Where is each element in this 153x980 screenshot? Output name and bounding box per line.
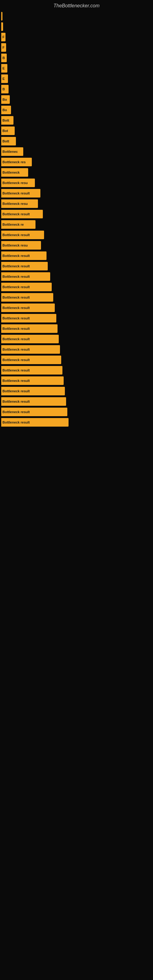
bar-item-7: B (1, 85, 9, 94)
bar-item-16: Bottleneck resu (1, 178, 35, 187)
bar-item-2: F (1, 33, 5, 41)
bar-label-3: F (2, 46, 5, 49)
bar-item-5: E (1, 64, 7, 73)
bar-item-25: Bottleneck result (1, 272, 50, 281)
bar-row: Bot (0, 126, 153, 135)
bar-label-17: Bottleneck result (2, 191, 30, 195)
bar-item-38: Bottleneck result (1, 407, 67, 416)
bar-row: Bottleneck resu (0, 241, 153, 250)
bar-item-4: B (1, 54, 7, 62)
bar-row: E (0, 75, 153, 83)
bar-row: Bottleneck resu (0, 199, 153, 208)
bar-label-19: Bottleneck result (2, 212, 30, 216)
bar-item-27: Bottleneck result (1, 293, 53, 302)
bar-item-37: Bottleneck result (1, 397, 66, 406)
bar-item-21: Bottleneck result (1, 231, 44, 239)
bar-row: Bottleneck result (0, 189, 153, 197)
bar-row: Bott (0, 137, 153, 145)
bar-item-23: Bottleneck result (1, 251, 46, 260)
bar-row: Bottleneck result (0, 407, 153, 416)
bar-label-11: Bot (2, 129, 8, 133)
bar-label-24: Bottleneck result (2, 264, 30, 268)
bar-row: E (0, 64, 153, 73)
bar-label-20: Bottleneck re (2, 223, 24, 226)
bar-item-6: E (1, 75, 8, 83)
bar-row: Bo (0, 106, 153, 114)
bar-row: B (0, 54, 153, 62)
bar-label-31: Bottleneck result (2, 337, 30, 341)
bar-row: Bottleneck result (0, 231, 153, 239)
bar-item-31: Bottleneck result (1, 335, 59, 343)
bar-row: Bottleneck resu (0, 178, 153, 187)
bar-label-28: Bottleneck result (2, 306, 30, 310)
bar-row: Bottleneck result (0, 335, 153, 343)
bar-label-36: Bottleneck result (2, 389, 30, 393)
bar-label-39: Bottleneck result (2, 420, 30, 424)
bar-row: Bottleneck result (0, 366, 153, 375)
bar-row: Bottleneck result (0, 376, 153, 385)
bar-row: Bo (0, 95, 153, 104)
bar-row: Bottleneck (0, 168, 153, 177)
bar-row: Bottleneck result (0, 324, 153, 333)
bar-label-8: Bo (2, 98, 7, 101)
bars-container: FFBEEBBoBoBottBotBottBottlenecBottleneck… (0, 12, 153, 426)
bar-label-34: Bottleneck result (2, 368, 30, 372)
bar-label-29: Bottleneck result (2, 317, 30, 320)
bar-item-30: Bottleneck result (1, 324, 57, 333)
bar-item-12: Bott (1, 137, 16, 145)
bar-item-9: Bo (1, 106, 11, 114)
bar-row: Bottleneck result (0, 397, 153, 406)
bar-label-2: F (2, 35, 5, 39)
bar-item-10: Bott (1, 116, 13, 125)
bar-row: Bottlenec (0, 147, 153, 156)
bar-label-22: Bottleneck resu (2, 243, 28, 247)
bar-row: Bottleneck result (0, 387, 153, 395)
bar-item-33: Bottleneck result (1, 356, 61, 364)
bar-row (0, 22, 153, 31)
bar-item-26: Bottleneck result (1, 283, 52, 291)
bar-row: B (0, 85, 153, 94)
site-title: TheBottlenecker.com (0, 0, 153, 10)
bar-label-16: Bottleneck resu (2, 181, 28, 185)
bar-label-15: Bottleneck (2, 170, 19, 174)
bar-row: Bottleneck result (0, 272, 153, 281)
bar-label-9: Bo (2, 108, 7, 112)
bar-item-8: Bo (1, 95, 10, 104)
bar-label-25: Bottleneck result (2, 275, 30, 278)
bar-label-21: Bottleneck result (2, 233, 30, 237)
bar-label-7: B (2, 87, 5, 91)
bar-item-35: Bottleneck result (1, 376, 64, 385)
bar-row: Bottleneck result (0, 356, 153, 364)
bar-row (0, 12, 153, 21)
bar-item-11: Bot (1, 126, 15, 135)
bar-item-1 (1, 22, 3, 31)
bar-item-0 (1, 12, 2, 21)
bar-row: Bott (0, 116, 153, 125)
bar-label-12: Bott (2, 139, 9, 143)
bar-label-37: Bottleneck result (2, 400, 30, 403)
bar-label-35: Bottleneck result (2, 379, 30, 382)
bar-label-38: Bottleneck result (2, 410, 30, 414)
bar-item-3: F (1, 43, 6, 52)
bar-label-6: E (2, 77, 5, 81)
bar-item-39: Bottleneck result (1, 418, 69, 426)
bar-item-29: Bottleneck result (1, 314, 56, 323)
bar-row: Bottleneck result (0, 293, 153, 302)
bar-row: Bottleneck result (0, 418, 153, 426)
bar-item-28: Bottleneck result (1, 304, 55, 312)
bar-item-24: Bottleneck result (1, 262, 48, 270)
bar-label-27: Bottleneck result (2, 296, 30, 299)
bar-row: Bottleneck result (0, 251, 153, 260)
bar-item-17: Bottleneck result (1, 189, 40, 197)
bar-label-4: B (2, 56, 5, 60)
bar-item-15: Bottleneck (1, 168, 28, 177)
bar-row: Bottleneck result (0, 314, 153, 323)
bar-item-19: Bottleneck result (1, 210, 43, 218)
bar-label-26: Bottleneck result (2, 285, 30, 289)
bar-row: Bottleneck result (0, 283, 153, 291)
bar-label-10: Bott (2, 119, 9, 122)
bar-row: F (0, 33, 153, 41)
bar-item-34: Bottleneck result (1, 366, 62, 375)
bar-label-14: Bottleneck res (2, 160, 26, 164)
bar-label-33: Bottleneck result (2, 358, 30, 362)
